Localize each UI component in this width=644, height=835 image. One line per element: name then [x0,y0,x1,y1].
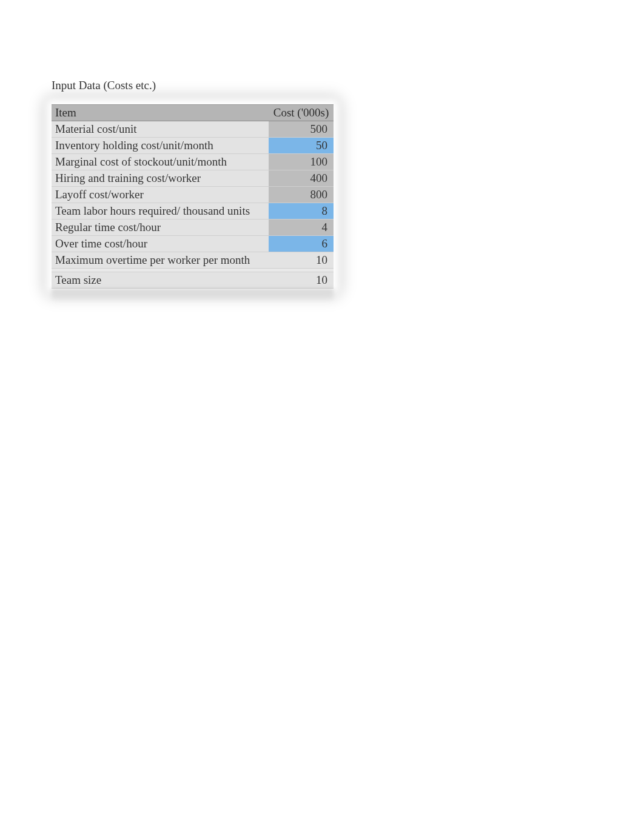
cell-item: Marginal cost of stockout/unit/month [52,154,269,170]
table-row: Marginal cost of stockout/unit/month 100 [52,154,334,170]
cell-cost: 50 [269,138,334,154]
table-bottom-shadow [52,289,334,302]
cost-table-wrapper: Item Cost ('000s) Material cost/unit 500… [52,104,334,289]
cell-item: Inventory holding cost/unit/month [52,138,269,154]
table-body: Material cost/unit 500 Inventory holding… [52,121,334,289]
table-row: Maximum overtime per worker per month 10 [52,252,334,269]
cell-item: Over time cost/hour [52,236,269,252]
table-row: Team labor hours required/ thousand unit… [52,203,334,220]
table-header-row: Item Cost ('000s) [52,105,334,121]
header-cost: Cost ('000s) [269,105,334,121]
cost-table: Item Cost ('000s) Material cost/unit 500… [52,104,334,289]
table-row: Over time cost/hour 6 [52,236,334,252]
table-row: Material cost/unit 500 [52,121,334,138]
cell-item: Team labor hours required/ thousand unit… [52,203,269,220]
cell-cost: 10 [269,252,334,269]
cell-cost: 4 [269,220,334,236]
page-title: Input Data (Costs etc.) [52,79,644,92]
cell-cost: 6 [269,236,334,252]
cell-item: Layoff cost/worker [52,187,269,203]
table-row: Inventory holding cost/unit/month 50 [52,138,334,154]
table-row: Layoff cost/worker 800 [52,187,334,203]
table-row: Regular time cost/hour 4 [52,220,334,236]
cell-item: Regular time cost/hour [52,220,269,236]
cell-cost: 400 [269,170,334,187]
cell-cost: 100 [269,154,334,170]
cell-cost: 500 [269,121,334,138]
table-row: Team size 10 [52,272,334,289]
header-item: Item [52,105,269,121]
cell-item: Hiring and training cost/worker [52,170,269,187]
cell-cost: 10 [269,272,334,289]
cell-item: Maximum overtime per worker per month [52,252,269,269]
cell-cost: 800 [269,187,334,203]
cell-cost: 8 [269,203,334,220]
cell-item: Material cost/unit [52,121,269,138]
table-row: Hiring and training cost/worker 400 [52,170,334,187]
cell-item: Team size [52,272,269,289]
